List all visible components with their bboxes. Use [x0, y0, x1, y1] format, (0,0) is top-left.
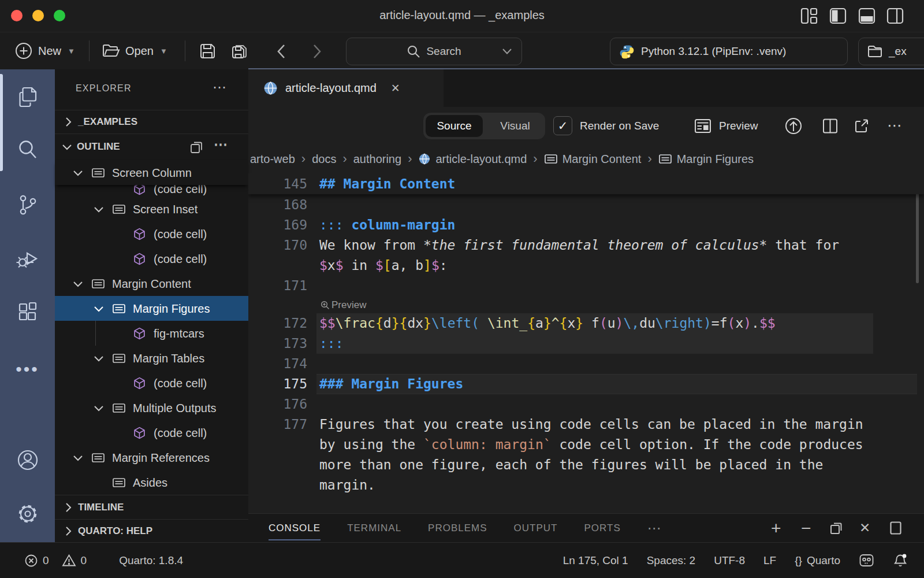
outline-item-code-cell[interactable]: (code cell) [55, 185, 248, 197]
outline-item-code-cell[interactable]: (code cell) [55, 246, 248, 271]
language-mode-status[interactable]: {} Quarto [795, 554, 840, 567]
section-outline[interactable]: OUTLINE ⋯ [55, 135, 248, 159]
code-line-177[interactable]: 177Figures that you create using code ce… [248, 414, 924, 435]
outline-item-multiple-outputs[interactable]: Multiple Outputs [55, 395, 248, 420]
code-line-169[interactable]: 169::: column-margin [248, 215, 924, 235]
sidebar-item-run-debug[interactable] [0, 247, 55, 271]
navigate-forward-button[interactable] [312, 43, 322, 60]
chevron-down-icon[interactable] [92, 352, 105, 365]
more-views-icon[interactable]: ••• [0, 360, 55, 379]
code-line-173[interactable]: 173::: [248, 334, 924, 354]
customize-layout-icon[interactable] [800, 8, 818, 24]
outline-item-code-cell[interactable]: (code cell) [55, 221, 248, 246]
outline-item-fig-mtcars[interactable]: fig-mtcars [55, 321, 248, 346]
outline-more-icon[interactable]: ⋯ [214, 142, 228, 147]
chevron-down-icon[interactable] [72, 166, 84, 179]
render-on-save-checkbox[interactable]: ✓ [553, 116, 572, 135]
open-in-new-window-icon[interactable] [854, 118, 870, 134]
panel-tab-output[interactable]: OUTPUT [514, 514, 558, 542]
chevron-down-icon[interactable] [92, 203, 105, 216]
outline-item-margin-tables[interactable]: Margin Tables [55, 346, 248, 370]
outline-item-code-cell[interactable]: (code cell) [55, 420, 248, 445]
code-line-170[interactable]: 170We know from *the first fundamental t… [248, 235, 924, 255]
math-preview-button[interactable]: Preview [321, 299, 366, 311]
navigate-back-button[interactable] [276, 43, 286, 60]
section-timeline[interactable]: TIMELINE [55, 495, 248, 519]
panel-tab-problems[interactable]: PROBLEMS [428, 514, 487, 542]
project-selector[interactable]: _ex [858, 38, 924, 65]
preview-icon[interactable] [694, 118, 711, 134]
problems-status[interactable]: 0 0 [24, 554, 87, 568]
open-button[interactable]: Open ▼ [102, 32, 167, 69]
breadcrumb-item-arto-web[interactable]: arto-web [250, 153, 295, 166]
publish-icon[interactable] [784, 117, 803, 135]
cursor-position-status[interactable]: Ln 175, Col 1 [563, 554, 628, 567]
toggle-left-sidebar-icon[interactable] [829, 8, 847, 24]
chevron-down-icon[interactable] [92, 302, 105, 315]
code-line-wrap[interactable]: $x$ in $[a, b]$: [248, 255, 924, 276]
sidebar-item-explorer[interactable] [0, 86, 55, 109]
chevron-down-icon[interactable] [72, 277, 84, 290]
sidebar-item-extensions[interactable] [0, 302, 55, 324]
panel-more-tabs-icon[interactable]: ⋯ [647, 514, 662, 542]
collapse-all-icon[interactable] [189, 140, 203, 154]
search-input[interactable]: Search [346, 38, 522, 65]
explorer-more-icon[interactable]: ⋯ [213, 84, 226, 90]
indentation-status[interactable]: Spaces: 2 [647, 554, 696, 567]
preview-button-label[interactable]: Preview [719, 107, 758, 144]
sticky-code-line[interactable]: 145## Margin Content [248, 173, 924, 194]
sidebar-item-source-control[interactable] [0, 194, 55, 217]
split-editor-icon[interactable] [822, 118, 838, 134]
code-editor[interactable]: 145## Margin Content 168169::: column-ma… [248, 173, 924, 513]
code-line-wrap[interactable]: more than one figure, each of the figure… [248, 455, 924, 475]
outline-item-margin-figures[interactable]: Margin Figures [55, 296, 248, 321]
panel-maximize-icon[interactable] [889, 514, 902, 542]
sidebar-item-search[interactable] [0, 139, 55, 161]
editor-more-actions-icon[interactable]: ⋯ [887, 107, 902, 144]
account-icon[interactable] [0, 448, 55, 472]
breadcrumb-item-docs[interactable]: docs [312, 153, 336, 166]
breadcrumb-item-margin-content[interactable]: Margin Content [544, 153, 642, 166]
panel-minimize-button[interactable]: − [801, 514, 811, 542]
code-line-174[interactable]: 174 [248, 354, 924, 374]
interpreter-selector[interactable]: Python 3.12.1 (PipEnv: .venv) [610, 38, 848, 65]
outline-item-asides[interactable]: Asides [55, 470, 248, 495]
toggle-bottom-panel-icon[interactable] [858, 8, 875, 24]
settings-gear-icon[interactable] [0, 502, 55, 526]
tab-close-icon[interactable]: ✕ [391, 81, 400, 95]
breadcrumb-item-margin-figures[interactable]: Margin Figures [658, 153, 754, 166]
code-line-176[interactable]: 176 [248, 394, 924, 414]
encoding-status[interactable]: UTF-8 [714, 554, 745, 567]
eol-status[interactable]: LF [763, 554, 776, 567]
outline-item-code-cell[interactable]: (code cell) [55, 370, 248, 395]
chevron-down-icon[interactable] [92, 402, 105, 414]
section-examples[interactable]: _EXAMPLES [55, 110, 248, 134]
toggle-right-sidebar-icon[interactable] [886, 8, 904, 24]
tab-article-layout-qmd[interactable]: article-layout.qmd ✕ [248, 69, 444, 107]
panel-tab-console[interactable]: CONSOLE [269, 514, 321, 542]
breadcrumb-item-authoring[interactable]: authoring [353, 153, 401, 166]
mode-source-button[interactable]: Source [426, 115, 483, 137]
code-line-175[interactable]: 175### Margin Figures [248, 374, 924, 394]
feedback-icon[interactable] [859, 553, 874, 568]
chevron-down-icon[interactable] [72, 451, 84, 464]
panel-restore-icon[interactable] [829, 514, 843, 542]
panel-tab-terminal[interactable]: TERMINAL [347, 514, 401, 542]
save-all-button[interactable] [230, 42, 249, 60]
quarto-version-status[interactable]: Quarto: 1.8.4 [119, 554, 183, 567]
outline-item-screen-column[interactable]: Screen Column [55, 160, 248, 185]
section-quarto-help[interactable]: QUARTO: HELP [55, 519, 248, 542]
outline-item-margin-references[interactable]: Margin References [55, 445, 248, 470]
code-line-171[interactable]: 171 [248, 276, 924, 296]
outline-item-screen-inset[interactable]: Screen Inset [55, 197, 248, 221]
panel-new-console-button[interactable]: + [771, 514, 781, 542]
save-button[interactable] [199, 42, 217, 60]
code-line-wrap[interactable]: by using the `column: margin` code cell … [248, 435, 924, 455]
code-line-172[interactable]: 172$$\frac{d}{dx}\left( \int_{a}^{x} f(u… [248, 313, 924, 334]
outline-item-margin-content[interactable]: Margin Content [55, 271, 248, 296]
mode-visual-button[interactable]: Visual [485, 113, 545, 139]
breadcrumb-item-article-layout-qmd[interactable]: article-layout.qmd [418, 153, 527, 166]
new-button[interactable]: New ▼ [14, 32, 75, 69]
code-line-168[interactable]: 168 [248, 195, 924, 215]
panel-close-icon[interactable]: ✕ [859, 514, 870, 542]
